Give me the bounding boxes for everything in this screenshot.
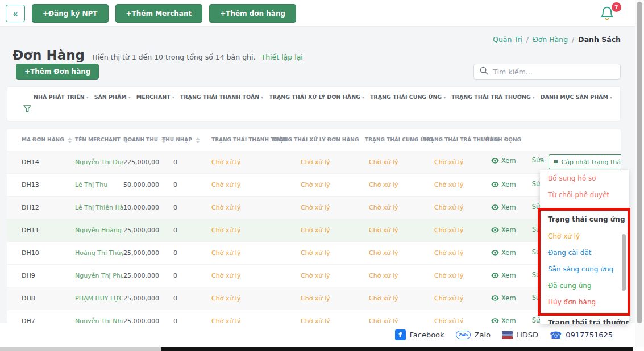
dropdown-scrollbar-thumb[interactable]	[622, 234, 626, 291]
view-button[interactable]: Xem	[491, 157, 516, 165]
merchant-link[interactable]: Nguyễn Hoàng	[75, 227, 122, 234]
column-header-label: TÊN MERCHANT	[75, 137, 121, 143]
filter-dropdown-1[interactable]: SẢN PHẨM▾	[94, 94, 131, 100]
view-label: Xem	[501, 157, 516, 165]
filter-dropdown-5[interactable]: TRẠNG THÁI CUNG ỨNG▾	[370, 94, 446, 100]
edit-label: Sửa	[532, 156, 545, 164]
edit-button[interactable]: Sửa	[523, 156, 545, 164]
column-header-2[interactable]: DOANH THU	[123, 129, 159, 151]
merchant-link[interactable]: Nguyễn Thị Phương	[75, 272, 123, 279]
topbar-button-2[interactable]: +Thêm đơn hàng	[209, 4, 296, 23]
table-row-DH9: DH9Nguyễn Thị Phương25,000,0000Chờ xử lý…	[7, 264, 621, 287]
pencil-icon	[523, 317, 530, 323]
footer-link-label: 0917751625	[566, 331, 613, 339]
merchant-cell: Lê Thị Thu	[68, 173, 123, 196]
dropdown-item-1[interactable]: Từ chối phê duyệt	[548, 191, 609, 199]
table-row-DH10: DH10Hoàng Thị Thủy25,000,0000Chờ xử lýCh…	[7, 241, 621, 264]
filter-dropdown-0[interactable]: NHÀ PHÁT TRIỂN▾	[34, 94, 89, 100]
filter-dropdown-3[interactable]: TRẠNG THÁI THANH TOÁN▾	[180, 94, 263, 100]
dropdown-section-header: Trạng thái cung ứng	[548, 215, 625, 223]
merchant-cell: Hoàng Thị Thủy	[68, 241, 123, 264]
filter-funnel-icon[interactable]	[23, 104, 31, 115]
dropdown-supply-item-3[interactable]: Đã cung ứng	[548, 282, 592, 290]
breadcrumb-item-1[interactable]: Đơn Hàng	[533, 35, 568, 44]
processing-status-cell: Chờ xử lý	[271, 241, 362, 264]
footer-link-0917751625[interactable]: ☎0917751625	[550, 329, 613, 341]
view-label: Xem	[501, 271, 516, 279]
order-code-cell: DH11	[7, 219, 68, 241]
dropdown-item-0[interactable]: Bổ sung hồ sơ	[548, 174, 596, 182]
column-header-3[interactable]: THU NHẬP	[159, 129, 203, 151]
revenue-cell: 25,000,000	[123, 219, 159, 241]
dropdown-supply-item-2[interactable]: Sẵn sàng cung ứng	[548, 265, 613, 273]
order-code-cell: DH14	[7, 151, 68, 173]
footer-link-facebook[interactable]: fFacebook	[395, 329, 444, 340]
merchant-link[interactable]: PHẠM HUY LỰC	[75, 295, 123, 302]
merchant-link[interactable]: Lê Thị Thu	[75, 181, 107, 189]
footer: fFacebookZaloZaloHDSD☎0917751625	[0, 323, 644, 347]
footer-link-label: Facebook	[410, 331, 444, 339]
income-cell: 0	[159, 241, 203, 264]
filter-dropdown-4[interactable]: TRẠNG THÁI XỬ LÝ ĐƠN HÀNG▾	[269, 94, 364, 100]
chevron-down-icon: ▾	[172, 95, 174, 100]
revenue-cell: 225,000,000	[123, 151, 159, 173]
view-button[interactable]: Xem	[491, 203, 516, 211]
column-header-label: HÀNH ĐỘNG	[485, 137, 521, 143]
view-button[interactable]: Xem	[491, 181, 516, 189]
sort-icon[interactable]	[68, 137, 72, 143]
pencil-icon	[523, 249, 530, 256]
reset-link[interactable]: Thiết lập lại	[261, 53, 303, 61]
bell-icon	[600, 12, 614, 23]
eye-icon	[491, 158, 499, 164]
merchant-link[interactable]: Nguyễn Thị Duyên	[75, 158, 123, 166]
view-button[interactable]: Xem	[491, 249, 516, 257]
chevron-down-icon: ▾	[362, 95, 364, 100]
search-input[interactable]	[493, 68, 614, 76]
filter-dropdown-6[interactable]: TRẠNG THÁI TRẢ THƯỞNG▾	[451, 94, 535, 100]
page-scrollbar-thumb[interactable]	[637, 2, 642, 323]
filter-label: TRẠNG THÁI CUNG ỨNG	[370, 94, 442, 100]
merchant-link[interactable]: Nguyễn Thị Như Hoa	[75, 317, 123, 323]
sidebar-collapse-button[interactable]: «	[6, 5, 25, 22]
order-code-cell: DH8	[7, 287, 68, 310]
reward-status-cell: Chờ xử lý	[422, 264, 484, 287]
notification-bell-button[interactable]: 7	[600, 5, 617, 22]
view-button[interactable]: Xem	[491, 294, 516, 302]
add-order-button[interactable]: +Thêm Đơn hàng	[16, 64, 99, 80]
column-header-1[interactable]: TÊN MERCHANT	[68, 129, 123, 151]
dropdown-supply-item-0[interactable]: Chờ xử lý	[548, 232, 580, 240]
view-button[interactable]: Xem	[491, 317, 516, 323]
sort-icon[interactable]	[196, 137, 200, 143]
column-header-label: THU NHẬP	[162, 137, 192, 143]
merchant-cell: Nguyễn Thị Duyên	[68, 151, 123, 173]
merchant-link[interactable]: Hoàng Thị Thủy	[75, 249, 123, 257]
view-button[interactable]: Xem	[491, 271, 516, 279]
chevron-down-icon: ▾	[443, 95, 446, 100]
page-scrollbar[interactable]	[635, 0, 644, 347]
chevron-down-icon: ▾	[610, 95, 612, 100]
view-label: Xem	[501, 317, 516, 323]
column-header-0[interactable]: MÃ ĐƠN HÀNG	[7, 129, 68, 151]
filter-dropdown-7[interactable]: DANH MỤC SẢN PHẨM▾	[541, 94, 612, 100]
dropdown-supply-item-4[interactable]: Hủy đơn hàng	[548, 298, 596, 306]
filter-dropdown-2[interactable]: MERCHANT▾	[136, 94, 174, 100]
topbar-button-0[interactable]: +Đăng ký NPT	[32, 4, 109, 23]
view-button[interactable]: Xem	[491, 226, 516, 234]
income-cell: 0	[159, 219, 203, 241]
chevron-down-icon: ▾	[533, 95, 535, 100]
footer-link-zalo[interactable]: ZaloZalo	[456, 331, 491, 339]
reward-status-cell: Chờ xử lý	[422, 219, 484, 241]
orders-table-body: DH14Nguyễn Thị Duyên225,000,0000Chờ xử l…	[7, 151, 621, 323]
pencil-icon	[523, 271, 530, 278]
reward-status-cell: Chờ xử lý	[422, 196, 484, 219]
topbar-button-1[interactable]: +Thêm Merchant	[115, 4, 203, 23]
payment-status-cell: Chờ xử lý	[203, 151, 271, 173]
update-status-button[interactable]: ≣Cập nhật trạng thái▾	[549, 154, 621, 169]
payment-status-cell: Chờ xử lý	[203, 264, 271, 287]
footer-link-hdsd[interactable]: HDSD	[502, 331, 538, 339]
table-row-DH8: DH8PHẠM HUY LỰC25,000,0000Chờ xử lýChờ x…	[7, 287, 621, 310]
breadcrumb-item-0[interactable]: Quản Trị	[493, 35, 522, 44]
merchant-link[interactable]: Lê Thị Thiên Hà	[75, 204, 123, 211]
sort-desc-icon	[196, 141, 200, 143]
dropdown-supply-item-1[interactable]: Đang cài đặt	[548, 249, 591, 257]
